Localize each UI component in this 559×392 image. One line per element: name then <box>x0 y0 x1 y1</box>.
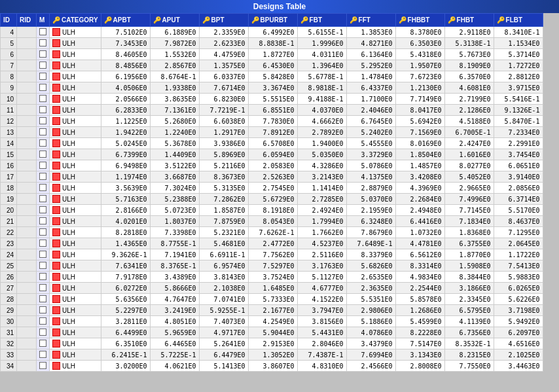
row-checkbox[interactable] <box>39 128 46 135</box>
table-row[interactable]: 22ULH8.2818E07.3398E05.2321E07.6262E-11.… <box>1 227 543 238</box>
cell-m[interactable] <box>37 305 50 316</box>
cell-m[interactable] <box>37 27 50 38</box>
table-row[interactable]: 6ULH8.4605E01.5532E04.4759E01.8727E04.03… <box>1 49 543 60</box>
row-checkbox[interactable] <box>39 39 46 46</box>
cell-m[interactable] <box>37 105 50 116</box>
col-header-aput[interactable]: 🔑APUT <box>150 14 199 27</box>
table-row[interactable]: 23ULH1.4365E08.7755E-15.4681E02.4772E04.… <box>1 238 543 249</box>
col-header-apbt[interactable]: 🔑APBT <box>101 14 150 27</box>
row-checkbox[interactable] <box>39 173 46 180</box>
cell-m[interactable] <box>37 216 50 227</box>
table-row[interactable]: 32ULH6.3510E06.4465E05.2641E02.9153E02.8… <box>1 338 543 349</box>
row-checkbox[interactable] <box>39 50 46 58</box>
cell-m[interactable] <box>37 338 50 349</box>
row-checkbox[interactable] <box>39 84 46 91</box>
table-row[interactable]: 8ULH6.1956E08.6764E-16.0337E05.8428E05.6… <box>1 71 543 82</box>
table-row[interactable]: 14ULH5.0245E05.3678E03.9386E06.5708E01.9… <box>1 138 543 149</box>
table-row[interactable]: 26ULH7.9178E03.4389E03.8143E03.7524E05.1… <box>1 272 543 283</box>
table-row[interactable]: 28ULH5.6356E04.7647E07.0741E05.7333E04.1… <box>1 294 543 305</box>
row-checkbox[interactable] <box>39 106 46 113</box>
row-checkbox[interactable] <box>39 240 46 247</box>
col-header-bpurbt[interactable]: 🔑BPURBT <box>248 14 297 27</box>
table-row[interactable]: 12ULH1.1225E05.2680E06.6038E07.7830E04.6… <box>1 116 543 127</box>
row-checkbox[interactable] <box>39 184 46 191</box>
table-row[interactable]: 24ULH9.3626E-17.1941E06.6911E-17.7562E02… <box>1 249 543 260</box>
row-checkbox[interactable] <box>39 162 46 169</box>
cell-m[interactable] <box>37 94 50 105</box>
cell-m[interactable] <box>37 349 50 361</box>
col-header-rid[interactable]: RID <box>17 14 37 27</box>
cell-m[interactable] <box>37 71 50 82</box>
table-row[interactable]: 20ULH2.8166E05.0723E01.8587E08.1918E02.4… <box>1 205 543 216</box>
row-checkbox[interactable] <box>39 262 46 269</box>
cell-m[interactable] <box>37 127 50 138</box>
table-row[interactable]: 29ULH5.2297E03.2419E05.9255E-12.1677E03.… <box>1 305 543 316</box>
table-row[interactable]: 19ULH5.7163E05.2388E07.2862E05.6729E02.7… <box>1 194 543 205</box>
table-row[interactable]: 30ULH3.2811E04.8051E07.4073E04.2549E03.8… <box>1 316 543 327</box>
table-row[interactable]: 13ULH1.9422E01.2240E01.2917E07.8912E02.7… <box>1 127 543 138</box>
col-header-m[interactable]: M <box>37 14 50 27</box>
table-row[interactable]: 4ULH7.5102E06.1889E02.3359E06.4992E05.61… <box>1 27 543 38</box>
row-checkbox[interactable] <box>39 28 46 35</box>
table-row[interactable]: 9ULH4.0506E01.9338E07.6714E03.3674E08.98… <box>1 82 543 94</box>
cell-m[interactable] <box>37 316 50 327</box>
cell-m[interactable] <box>37 194 50 205</box>
row-checkbox[interactable] <box>39 95 46 102</box>
table-row[interactable]: 25ULH7.6341E08.3765E-16.9574E07.5297E03.… <box>1 260 543 272</box>
cell-m[interactable] <box>37 205 50 216</box>
cell-m[interactable] <box>37 260 50 272</box>
cell-m[interactable] <box>37 238 50 249</box>
cell-m[interactable] <box>37 249 50 260</box>
table-row[interactable]: 15ULH6.7399E01.4409E05.8969E06.0594E05.0… <box>1 149 543 160</box>
table-row[interactable]: 5ULH7.3453E07.9872E02.6233E08.8838E-11.9… <box>1 38 543 49</box>
row-checkbox[interactable] <box>39 206 46 213</box>
cell-m[interactable] <box>37 138 50 149</box>
row-checkbox[interactable] <box>39 217 46 224</box>
table-row[interactable]: 31ULH6.4499E05.9659E04.9717E05.9044E05.4… <box>1 327 543 338</box>
col-header-fhbbt[interactable]: 🔑FHBBT <box>395 14 444 27</box>
table-row[interactable]: 10ULH2.0566E03.8635E06.8230E05.5515E09.4… <box>1 94 543 105</box>
col-header-fhbt[interactable]: 🔑FHBT <box>444 14 494 27</box>
cell-m[interactable] <box>37 227 50 238</box>
table-row[interactable]: 7ULH8.4856E02.8567E01.3575E06.4530E01.39… <box>1 60 543 71</box>
table-row[interactable]: 18ULH3.5639E07.3024E05.3135E02.7545E01.1… <box>1 183 543 194</box>
row-checkbox[interactable] <box>39 251 46 258</box>
col-header-bpt[interactable]: 🔑BPT <box>199 14 248 27</box>
row-checkbox[interactable] <box>39 351 46 358</box>
table-row[interactable]: 27ULH6.0272E05.8666E02.1038E01.6485E04.6… <box>1 283 543 294</box>
cell-m[interactable] <box>37 49 50 60</box>
cell-m[interactable] <box>37 171 50 183</box>
col-header-fft[interactable]: 🔑FFT <box>346 14 395 27</box>
table-row[interactable]: 21ULH4.0201E01.8037E07.8759E08.0543E01.7… <box>1 216 543 227</box>
row-checkbox[interactable] <box>39 306 46 313</box>
cell-m[interactable] <box>37 60 50 71</box>
row-checkbox[interactable] <box>39 195 46 202</box>
row-checkbox[interactable] <box>39 284 46 291</box>
row-checkbox[interactable] <box>39 73 46 80</box>
row-checkbox[interactable] <box>39 273 46 280</box>
cell-m[interactable] <box>37 82 50 94</box>
table-row[interactable]: 16ULH6.9498E03.5122E05.2116E02.0583E04.3… <box>1 160 543 171</box>
row-checkbox[interactable] <box>39 329 46 336</box>
cell-m[interactable] <box>37 327 50 338</box>
cell-m[interactable] <box>37 116 50 127</box>
cell-m[interactable] <box>37 294 50 305</box>
row-checkbox[interactable] <box>39 340 46 347</box>
cell-m[interactable] <box>37 361 50 372</box>
cell-m[interactable] <box>37 160 50 171</box>
table-row[interactable]: 34ULH3.0200E04.0621E05.1413E03.8607E04.8… <box>1 361 543 372</box>
row-checkbox[interactable] <box>39 151 46 158</box>
row-checkbox[interactable] <box>39 317 46 325</box>
table-row[interactable]: 11ULH6.2833E07.1361E07.7219E-16.8551E04.… <box>1 105 543 116</box>
table-container[interactable]: ID RID M 🔑CATEGORY 🔑APBT 🔑APUT 🔑BPT 🔑BPU… <box>0 13 559 392</box>
col-header-flbt[interactable]: 🔑FLBT <box>494 14 543 27</box>
col-header-category[interactable]: 🔑CATEGORY <box>50 14 101 27</box>
cell-m[interactable] <box>37 149 50 160</box>
row-checkbox[interactable] <box>39 228 46 236</box>
table-row[interactable]: 33ULH6.2415E-15.7225E-16.4479E01.3052E07… <box>1 349 543 361</box>
cell-m[interactable] <box>37 272 50 283</box>
cell-m[interactable] <box>37 183 50 194</box>
table-row[interactable]: 17ULH1.1974E03.6687E08.3673E02.5263E03.2… <box>1 171 543 183</box>
row-checkbox[interactable] <box>39 295 46 302</box>
col-header-fbt[interactable]: 🔑FBT <box>297 14 346 27</box>
